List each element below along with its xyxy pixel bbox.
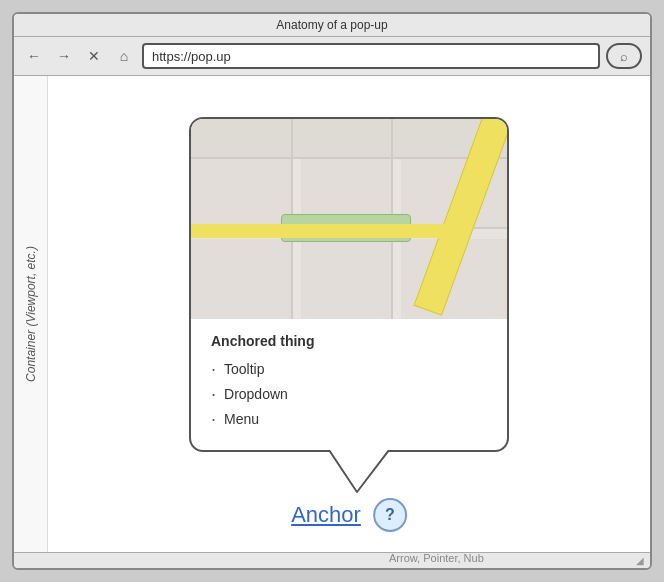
list-item-dropdown: Dropdown [211,382,487,407]
title-bar: Anatomy of a pop-up [14,14,650,37]
container-label-text: Container (Viewport, etc.) [24,246,38,382]
sidebar-container-label: Container (Viewport, etc.) [14,76,48,552]
back-button[interactable]: ← [22,44,46,68]
tail-label: Arrow, Pointer, Nub [389,552,484,564]
browser-window: Anatomy of a pop-up ← → ✕ ⌂ ⌕ Container … [12,12,652,570]
main-content: Anchored thing Tooltip Dropdown Menu [48,76,650,552]
map-area [191,119,507,319]
search-icon: ⌕ [620,49,628,64]
popup-tail: Arrow, Pointer, Nub [329,450,389,494]
list-item-tooltip: Tooltip [211,357,487,382]
close-button[interactable]: ✕ [82,44,106,68]
forward-button[interactable]: → [52,44,76,68]
popup-list: Tooltip Dropdown Menu [211,357,487,432]
list-item-menu: Menu [211,407,487,432]
help-button[interactable]: ? [373,498,407,532]
popup-box: Anchored thing Tooltip Dropdown Menu [189,117,509,452]
bottom-bar: ◢ [14,552,650,568]
toolbar: ← → ✕ ⌂ ⌕ [14,37,650,76]
anchor-row: Anchor ? [291,498,407,532]
popup-text-area: Anchored thing Tooltip Dropdown Menu [191,319,507,450]
resize-handle[interactable]: ◢ [636,555,644,566]
search-button[interactable]: ⌕ [606,43,642,69]
home-button[interactable]: ⌂ [112,44,136,68]
popup-container: Anchored thing Tooltip Dropdown Menu [189,117,509,452]
help-icon: ? [385,506,395,524]
popup-title: Anchored thing [211,333,487,349]
address-bar[interactable] [142,43,600,69]
browser-content: Container (Viewport, etc.) [14,76,650,552]
page-title: Anatomy of a pop-up [276,18,387,32]
anchor-link[interactable]: Anchor [291,502,361,528]
